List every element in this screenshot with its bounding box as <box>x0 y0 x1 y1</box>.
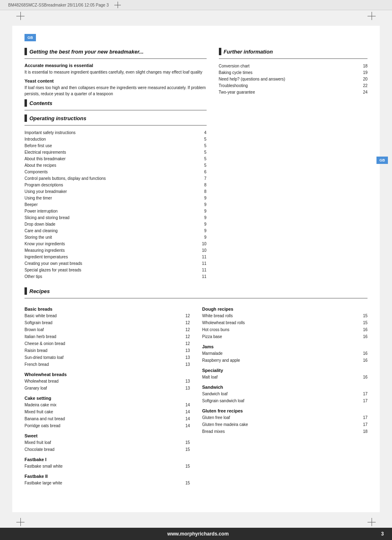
recipe-label: Raisin bread <box>24 347 182 354</box>
recipes-divider <box>24 298 368 298</box>
recipe-category-name: Sandwich <box>202 385 368 390</box>
toc-page: 5 <box>198 149 207 156</box>
toc-label: About the recipes <box>24 162 198 169</box>
recipes-bar <box>24 287 27 295</box>
recipe-label: Sun-dried tomato loaf <box>24 354 182 361</box>
toc-page: 9 <box>198 202 207 208</box>
recipe-category-name: Basic breads <box>24 307 190 311</box>
toc-row: Measuring ingredients10 <box>24 247 207 254</box>
recipe-page: 12 <box>182 340 190 347</box>
recipe-page: 17 <box>359 397 368 404</box>
print-header-text: BM48268SMCZ-SSBreadmaker 28/11/06 12:05 … <box>8 3 109 7</box>
recipe-label: Pizza base <box>202 333 359 340</box>
recipe-row: Gluten free loaf17 <box>202 414 368 421</box>
toc-page: 11 <box>198 273 207 280</box>
operating-divider <box>24 125 207 125</box>
toc-row: Care and cleaning9 <box>24 228 207 234</box>
recipe-row: Banana and nut bread14 <box>24 415 190 422</box>
toc-page: 10 <box>198 241 207 247</box>
crosshair-bottom-left <box>16 518 24 526</box>
contents-header: Contents <box>24 99 207 107</box>
operating-title: Operating instructions <box>29 115 86 121</box>
recipe-category-block: Wholewheat breadsWholewheat bread13Grana… <box>24 372 190 392</box>
toc-page: 6 <box>198 169 207 175</box>
recipe-row: Granary loaf13 <box>24 385 190 392</box>
further-header: Further information <box>219 48 368 55</box>
recipe-label: Softgrain sandwich loaf <box>202 397 359 404</box>
toc-label: Introduction <box>24 136 198 143</box>
toc-row: Beeper9 <box>24 202 207 208</box>
recipe-category-block: Gluten free recipesGluten free loaf17Glu… <box>202 408 368 435</box>
operating-bar <box>24 114 27 122</box>
toc-page: 5 <box>198 136 207 143</box>
toc-row: Know your ingredients10 <box>24 241 207 247</box>
toc-row: Creating your own yeast breads11 <box>24 260 207 267</box>
toc-label: Drop down blade <box>24 221 198 228</box>
crosshair-top-left <box>16 12 24 20</box>
recipe-row: Mixed fruit cake14 <box>24 408 190 415</box>
toc-label: Know your ingredients <box>24 241 198 247</box>
recipe-label: Hot cross buns <box>202 326 359 333</box>
further-row: Conversion chart18 <box>219 63 368 69</box>
toc-label: Using the timer <box>24 195 198 202</box>
recipe-label: Mixed fruit loaf <box>24 439 182 446</box>
contents-divider <box>24 110 207 110</box>
yeast-content-heading: Yeast content <box>24 78 207 83</box>
recipe-row: French bread13 <box>24 361 190 368</box>
toc-label: Using your breadmaker <box>24 188 198 195</box>
toc-list: Important safety instructions4Introducti… <box>24 130 207 280</box>
recipe-label: Madeira cake mix <box>24 401 182 408</box>
section-bar <box>24 48 27 55</box>
recipe-category-block: Basic breadsBasic white bread12Softgrain… <box>24 307 190 368</box>
getting-best-divider <box>24 58 207 59</box>
further-row: Need help? (questions and answers)20 <box>219 76 368 83</box>
further-title: Further information <box>224 49 273 55</box>
further-label: Two-year guarantee <box>219 89 360 96</box>
recipe-page: 12 <box>182 319 190 326</box>
toc-label: Important safety instructions <box>24 130 198 136</box>
recipe-row: Fastbake large white15 <box>24 480 190 486</box>
recipe-category-block: Fastbake IIFastbake large white15 <box>24 474 190 486</box>
recipe-page: 13 <box>182 378 190 385</box>
recipe-label: Brown loaf <box>24 326 182 333</box>
two-column-section: Getting the best from your new breadmake… <box>24 46 368 280</box>
recipe-page: 15 <box>182 480 190 486</box>
recipe-label: Porridge oats bread <box>24 422 182 429</box>
recipe-row: Softgrain bread12 <box>24 319 190 326</box>
contents-title: Contents <box>29 100 52 106</box>
recipe-page: 18 <box>359 428 368 435</box>
recipe-label: Marmalade <box>202 350 359 357</box>
toc-label: Slicing and storing bread <box>24 215 198 221</box>
recipes-list: Basic breadsBasic white bread12Softgrain… <box>24 302 368 486</box>
recipe-category-block: Cake settingMadeira cake mix14Mixed frui… <box>24 396 190 429</box>
recipes-title: Recipes <box>29 288 50 294</box>
recipe-row: Italian herb bread12 <box>24 333 190 340</box>
recipe-category-block: Fastbake IFastbake small white15 <box>24 457 190 470</box>
recipe-page: 15 <box>182 463 190 470</box>
recipe-label: Bread mixes <box>202 428 359 435</box>
recipe-label: Gluten free madeira cake <box>202 421 359 428</box>
toc-row: Using the timer9 <box>24 195 207 202</box>
further-page: 24 <box>359 89 368 96</box>
toc-page: 9 <box>198 195 207 202</box>
toc-page: 11 <box>198 254 207 260</box>
recipe-row: White bread rolls15 <box>202 312 368 319</box>
toc-page: 8 <box>198 182 207 188</box>
recipe-label: Mixed fruit cake <box>24 408 182 415</box>
toc-label: Control panels buttons, display and func… <box>24 175 198 182</box>
further-divider <box>219 58 368 59</box>
recipe-row: Pizza base16 <box>202 333 368 340</box>
recipe-page: 13 <box>182 354 190 361</box>
toc-label: Storing the unit <box>24 234 198 241</box>
crosshair-top <box>114 2 121 8</box>
accurate-measuring-body: It is essential to measure ingredient qu… <box>24 69 207 75</box>
toc-label: Creating your own yeast breads <box>24 260 198 267</box>
recipe-label: Basic white bread <box>24 312 182 319</box>
further-label: Conversion chart <box>219 63 360 69</box>
toc-row: Program descriptions8 <box>24 182 207 188</box>
recipe-row: Cheese & onion bread12 <box>24 340 190 347</box>
recipe-page: 14 <box>182 401 190 408</box>
recipe-category-name: Dough recipes <box>202 307 368 311</box>
toc-label: Electrical requirements <box>24 149 198 156</box>
recipe-category-name: Cake setting <box>24 396 190 401</box>
